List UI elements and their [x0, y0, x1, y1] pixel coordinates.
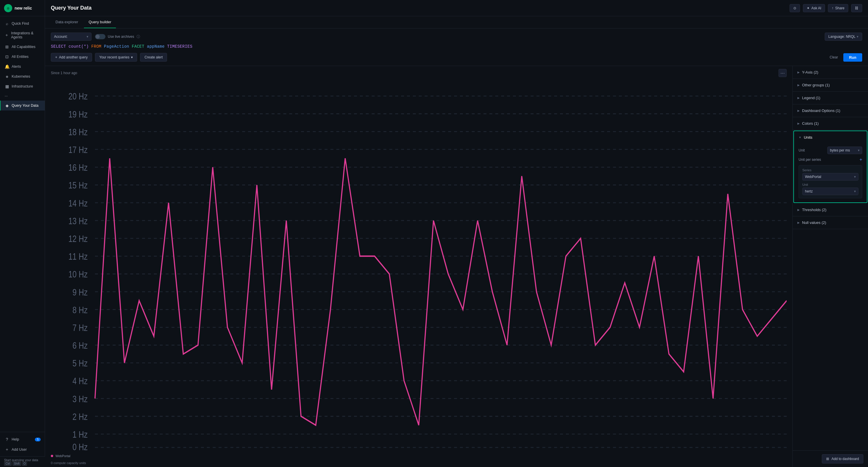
svg-text:19 Hz: 19 Hz [68, 109, 87, 119]
language-label: Language: NRQL [829, 35, 856, 39]
sidebar-item-label: Kubernetes [11, 75, 30, 79]
chart-menu-button[interactable]: ··· [778, 69, 787, 77]
panel-section-header-colors[interactable]: ▶ Colors (1) [793, 117, 868, 130]
panel-section-legend: ▶ Legend (1) [793, 92, 868, 105]
unit-field-row: Unit bytes per ms ▾ [799, 147, 862, 154]
section-label: Thresholds (2) [802, 208, 827, 212]
ask-ai-label: Ask AI [811, 6, 821, 10]
panel-section-header-thresholds[interactable]: ▶ Thresholds (2) [793, 204, 868, 216]
bell-icon: 🔔 [5, 64, 9, 69]
sidebar-item-label: Help [11, 437, 19, 441]
svg-text:5 Hz: 5 Hz [73, 358, 88, 369]
panel-section-other-groups: ▶ Other groups (1) [793, 79, 868, 92]
svg-text:0 Hz: 0 Hz [73, 442, 88, 452]
query-icon: ◈ [5, 103, 9, 108]
sidebar-item-label: Quick Find [11, 22, 29, 26]
status-bar: Start querying your data Ctrl Shift O [0, 456, 45, 467]
recent-queries-button[interactable]: Your recent queries ▾ [95, 53, 137, 62]
series-unit-value: hertz [805, 189, 813, 193]
account-select[interactable]: Account: ▾ [51, 33, 92, 41]
help-circle-icon: ⊙ [793, 6, 796, 10]
sidebar-item-infrastructure[interactable]: ▦ Infrastructure [0, 81, 45, 91]
right-panel: ▶ Y-Axis (2) ▶ Other groups (1) ▶ Legend… [793, 66, 868, 467]
sidebar-item-integrations[interactable]: ＋ Integrations & Agents [0, 29, 45, 42]
series-unit-select[interactable]: hertz ▾ [802, 187, 859, 195]
kbd-o: O [22, 462, 27, 466]
from-keyword: FROM [91, 44, 101, 49]
timeseries-keyword: TIMESERIES [167, 44, 192, 49]
section-label: Other groups (1) [802, 83, 830, 87]
section-label: Y-Axis (2) [802, 70, 818, 75]
chart-wrap: 20 Hz 19 Hz 18 Hz 17 Hz 16 Hz 15 Hz 14 H… [45, 78, 793, 452]
sidebar-item-add-user[interactable]: ＋ Add User [0, 444, 45, 455]
help-button[interactable]: ⊙ [789, 4, 800, 12]
share-label: Share [835, 6, 844, 10]
chart-footer: 0 compute capacity units [45, 460, 793, 467]
section-label: Null values (2) [802, 221, 826, 225]
chevron-down-icon: ▾ [131, 55, 133, 59]
svg-text:20 Hz: 20 Hz [68, 92, 87, 101]
sidebar-item-kubernetes[interactable]: ⎈ Kubernetes [0, 71, 45, 81]
panel-section-header-y-axis[interactable]: ▶ Y-Axis (2) [793, 66, 868, 79]
sidebar-item-alerts[interactable]: 🔔 Alerts [0, 62, 45, 71]
add-to-dashboard-button[interactable]: ⊞ Add to dashboard [822, 454, 863, 464]
share-button[interactable]: ↑ Share [828, 4, 848, 12]
add-query-button[interactable]: + Add another query [51, 53, 92, 62]
run-button[interactable]: Run [843, 53, 862, 62]
panel-section-header-units[interactable]: ▼ Units [794, 131, 867, 144]
panel-section-header-other-groups[interactable]: ▶ Other groups (1) [793, 79, 868, 91]
add-series-button[interactable]: + [860, 157, 862, 162]
series-field-label: Series [802, 168, 859, 172]
share-icon: ↑ [832, 6, 833, 10]
series-select[interactable]: WebPortal ▾ [802, 173, 859, 181]
help-icon: ? [5, 437, 9, 442]
chart-svg: 20 Hz 19 Hz 18 Hz 17 Hz 16 Hz 15 Hz 14 H… [51, 78, 787, 452]
section-label: Units [804, 135, 812, 140]
account-label: Account: [54, 35, 68, 39]
add-to-dashboard-label: Add to dashboard [831, 457, 859, 461]
tab-query-builder[interactable]: Query builder [84, 16, 116, 28]
sidebar-nav: ⌕ Quick Find ＋ Integrations & Agents ⊞ A… [0, 16, 45, 432]
logo: new relic [0, 0, 45, 16]
svg-text:3 Hz: 3 Hz [73, 394, 88, 404]
svg-text:13 Hz: 13 Hz [68, 216, 87, 226]
tab-data-explorer[interactable]: Data explorer [51, 16, 83, 28]
tabs: Data explorer Query builder [45, 16, 868, 29]
sidebar-item-help[interactable]: ? Help 5 [0, 434, 45, 444]
panel-section-header-null-values[interactable]: ▶ Null values (2) [793, 216, 868, 229]
sidebar-item-query-data[interactable]: ◈ Query Your Data [0, 100, 45, 111]
run-clear-group: Clear Run [826, 53, 862, 62]
chevron-down-icon: ▾ [857, 35, 859, 39]
sidebar-item-entities[interactable]: ⊡ All Entities [0, 52, 45, 62]
svg-text:16 Hz: 16 Hz [68, 163, 87, 173]
create-alert-button[interactable]: Create alert [140, 53, 167, 62]
unit-select[interactable]: bytes per ms ▾ [827, 147, 862, 154]
panel-section-header-legend[interactable]: ▶ Legend (1) [793, 92, 868, 104]
tab-label: Data explorer [56, 20, 78, 24]
panel-section-thresholds: ▶ Thresholds (2) [793, 204, 868, 216]
toggle-knob [96, 35, 100, 39]
panel-section-null-values: ▶ Null values (2) [793, 216, 868, 229]
live-archives-toggle[interactable]: Use live archives ⓘ [95, 34, 140, 39]
sidebar-item-quick-find[interactable]: ⌕ Quick Find [0, 19, 45, 29]
clear-button[interactable]: Clear [826, 53, 842, 61]
section-label: Colors (1) [802, 121, 818, 126]
compute-units: 0 compute capacity units [51, 461, 86, 465]
toggle-switch[interactable] [95, 34, 105, 39]
chevron-right-icon: ▶ [798, 96, 800, 99]
link-button[interactable]: ⛓ [851, 4, 862, 12]
chevron-down-icon: ▾ [87, 35, 88, 39]
panel-section-header-dashboard-options[interactable]: ▶ Dashboard Options (1) [793, 105, 868, 117]
series-unit-field: Unit hertz ▾ [802, 183, 859, 195]
sidebar-item-more[interactable]: ··· [0, 91, 45, 100]
count-fn: count(*) [68, 44, 89, 49]
chart-legend: WebPortal [45, 452, 793, 460]
plus-icon: ＋ [5, 33, 9, 38]
units-body: Unit bytes per ms ▾ Unit per series + [794, 144, 867, 202]
query-text[interactable]: SELECT count(*) FROM PageAction FACET ap… [51, 44, 862, 49]
kubernetes-icon: ⎈ [5, 74, 9, 79]
panel-section-y-axis: ▶ Y-Axis (2) [793, 66, 868, 79]
ask-ai-button[interactable]: ✦ Ask AI [803, 4, 825, 12]
sidebar-item-capabilities[interactable]: ⊞ All Capabilities [0, 42, 45, 52]
language-select[interactable]: Language: NRQL ▾ [825, 33, 862, 41]
